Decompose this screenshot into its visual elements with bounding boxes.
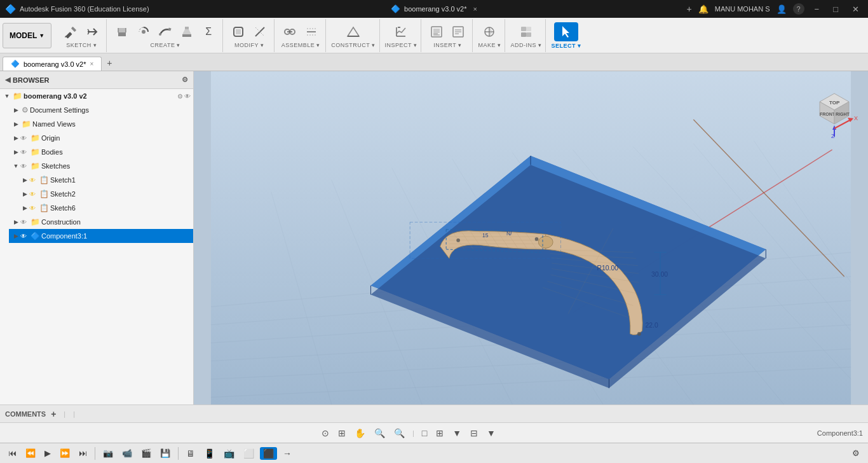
- env-options-btn[interactable]: ▼: [484, 427, 498, 439]
- display-wire-btn[interactable]: 🖥: [183, 447, 198, 460]
- tree-item-doc-settings[interactable]: ▶ ⚙ Document Settings: [9, 103, 193, 117]
- expand-doc-settings[interactable]: ▶: [11, 107, 20, 113]
- timeline-prev-btn[interactable]: ⏪: [22, 447, 39, 459]
- expand-origin[interactable]: ▶: [11, 135, 20, 141]
- construct-btn[interactable]: [343, 23, 363, 41]
- expand-root[interactable]: ▼: [3, 93, 11, 99]
- sketch2-eye-icon[interactable]: 👁: [29, 191, 38, 198]
- expand-sketches[interactable]: ▼: [11, 163, 20, 169]
- bodies-eye-icon[interactable]: 👁: [20, 149, 29, 156]
- tree-item-sketch6[interactable]: ▶ 👁 📋 Sketch6: [18, 201, 193, 215]
- tree-item-construction[interactable]: ▶ 👁 📁 Construction: [9, 215, 193, 229]
- tree-item-sketches[interactable]: ▼ 👁 📁 Sketches: [9, 159, 193, 173]
- viewcube[interactable]: Z X TOP FRONT RIGHT: [811, 81, 858, 138]
- title-center: 🔷 boomerang v3.0 v2* ×: [391, 4, 477, 13]
- pan-btn[interactable]: ✋: [352, 427, 368, 439]
- timeline-play-btn[interactable]: ▶: [41, 447, 54, 459]
- tree-item-component3[interactable]: ▶ 👁 🔷 Component3:1: [9, 229, 193, 243]
- insert-btn2[interactable]: [448, 23, 468, 41]
- add-tab-btn[interactable]: +: [102, 55, 117, 71]
- sketch6-eye-icon[interactable]: 👁: [29, 205, 38, 212]
- assemble-btn2[interactable]: [301, 23, 322, 41]
- addins-btn[interactable]: [516, 23, 536, 41]
- add-tab-btn[interactable]: +: [687, 4, 692, 14]
- display-color-btn[interactable]: ⬛: [260, 447, 277, 460]
- close-btn[interactable]: ✕: [848, 3, 863, 15]
- sweep-btn[interactable]: [155, 23, 175, 41]
- sigma-btn[interactable]: Σ: [198, 24, 219, 39]
- browser-collapse-icon[interactable]: ◀: [5, 76, 10, 84]
- construction-eye-icon[interactable]: 👁: [20, 219, 29, 226]
- expand-named-views[interactable]: ▶: [11, 121, 20, 127]
- sketches-eye-icon[interactable]: 👁: [20, 163, 29, 170]
- tree-item-named-views[interactable]: ▶ 📁 Named Views: [9, 117, 193, 131]
- bodies-label: Bodies: [41, 148, 191, 156]
- insert-btn1[interactable]: [426, 23, 447, 41]
- sketch1-eye-icon[interactable]: 👁: [29, 177, 38, 184]
- display-outline-btn[interactable]: ⬜: [240, 447, 257, 460]
- zoom-window-btn[interactable]: 🔍: [391, 427, 407, 439]
- display-next-btn[interactable]: →: [280, 447, 295, 460]
- assemble-btn1[interactable]: [280, 23, 300, 41]
- loft-btn[interactable]: [177, 23, 197, 41]
- tree-item-root[interactable]: ▼ 📁 boomerang v3.0 v2 ⚙ 👁: [0, 89, 193, 103]
- grid-btn[interactable]: ⊞: [433, 427, 446, 439]
- minimize-btn[interactable]: −: [811, 3, 824, 15]
- tree-item-bodies[interactable]: ▶ 👁 📁 Bodies: [9, 145, 193, 159]
- sketch-finish-btn[interactable]: [82, 23, 102, 41]
- capture-btn[interactable]: 💾: [157, 447, 173, 459]
- make-btn[interactable]: [479, 23, 499, 41]
- tree-item-sketch1[interactable]: ▶ 👁 📋 Sketch1: [18, 173, 193, 187]
- inspect-btn[interactable]: [391, 23, 411, 41]
- svg-rect-3: [118, 32, 126, 36]
- env-btn[interactable]: ⊟: [468, 427, 480, 439]
- grid-options-btn[interactable]: ▼: [450, 427, 464, 439]
- browser-settings-icon[interactable]: ⚙: [182, 76, 188, 84]
- maximize-btn[interactable]: □: [829, 3, 842, 15]
- modify-icon2: [253, 25, 267, 39]
- expand-sketch2[interactable]: ▶: [20, 191, 29, 197]
- extrude-btn[interactable]: [112, 23, 132, 41]
- camera-btn[interactable]: 📷: [100, 447, 116, 459]
- origin-label: Origin: [41, 134, 191, 142]
- display-hidden-btn[interactable]: 📺: [220, 447, 238, 460]
- root-settings-icon[interactable]: ⚙: [177, 93, 183, 100]
- orbit-btn[interactable]: ⊙: [319, 427, 332, 439]
- model-selector[interactable]: MODEL ▼: [3, 23, 51, 48]
- notification-btn[interactable]: 🔔: [698, 4, 709, 14]
- component-status-label: Component3:1: [817, 429, 863, 437]
- settings-btn[interactable]: ⚙: [849, 447, 863, 459]
- expand-bodies[interactable]: ▶: [11, 149, 20, 155]
- named-views-label: Named Views: [32, 120, 191, 128]
- component3-eye-icon[interactable]: 👁: [20, 233, 29, 240]
- revolve-btn[interactable]: [133, 23, 154, 41]
- display-shaded-btn[interactable]: 📱: [201, 447, 218, 460]
- tab-close[interactable]: ×: [473, 5, 477, 13]
- toolbar-sketch: SKETCH ▾: [57, 19, 107, 52]
- timeline-next-btn[interactable]: ⏩: [57, 447, 73, 459]
- fit-btn[interactable]: ⊞: [336, 427, 348, 439]
- root-visibility-icon[interactable]: 👁: [184, 93, 191, 100]
- video-btn[interactable]: 📹: [119, 447, 135, 459]
- display-mode-btn[interactable]: □: [419, 427, 430, 439]
- tree-item-sketch2[interactable]: ▶ 👁 📋 Sketch2: [18, 187, 193, 201]
- expand-sketch6[interactable]: ▶: [20, 205, 29, 211]
- tab-close-btn[interactable]: ×: [90, 60, 93, 67]
- zoom-btn[interactable]: 🔍: [372, 427, 388, 439]
- expand-sketch1[interactable]: ▶: [20, 177, 29, 183]
- select-btn[interactable]: [554, 22, 578, 41]
- expand-construction[interactable]: ▶: [11, 219, 20, 225]
- viewport[interactable]: R10.00 30.00 22.0 15 N/: [194, 71, 868, 404]
- help-btn[interactable]: ?: [793, 3, 804, 15]
- sketch-pencil-btn[interactable]: [60, 23, 81, 41]
- modify-btn2[interactable]: [250, 23, 270, 41]
- timeline-end-btn[interactable]: ⏭: [76, 447, 90, 459]
- record-btn[interactable]: 🎬: [138, 447, 154, 459]
- timeline-start-btn[interactable]: ⏮: [5, 447, 20, 459]
- origin-eye-icon[interactable]: 👁: [20, 135, 29, 142]
- modify-btn1[interactable]: [228, 23, 248, 41]
- add-comment-btn[interactable]: +: [51, 409, 56, 419]
- expand-component3[interactable]: ▶: [11, 233, 20, 239]
- active-tab[interactable]: 🔷 boomerang v3.0 v2* ×: [3, 57, 102, 71]
- tree-item-origin[interactable]: ▶ 👁 📁 Origin: [9, 131, 193, 145]
